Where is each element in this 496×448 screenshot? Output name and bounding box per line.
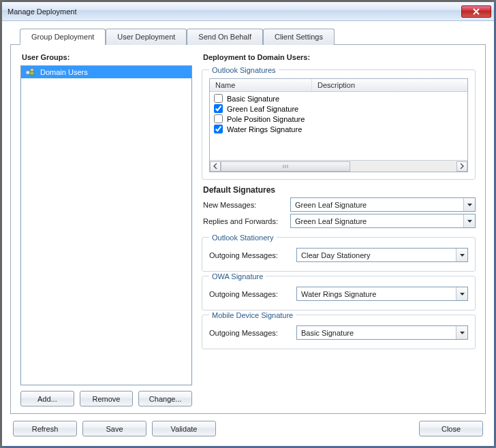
tab-group-deployment[interactable]: Group Deployment — [20, 29, 106, 45]
tab-panel-group-deployment: User Groups: Domain Users Add... Remove … — [10, 44, 486, 414]
content-area: Group Deployment User Deployment Send On… — [2, 21, 494, 446]
new-messages-combobox[interactable]: Green Leaf Signature — [290, 197, 476, 212]
default-signatures-section: Default Signatures New Messages: Green L… — [203, 185, 476, 230]
list-item[interactable]: Domain Users — [21, 66, 191, 78]
deployment-heading: Deployment to Domain Users: — [203, 53, 476, 61]
group-icon — [25, 67, 36, 77]
col-description[interactable]: Description — [312, 79, 360, 91]
signatures-table: Name Description Basic Signature — [209, 78, 468, 172]
add-group-button[interactable]: Add... — [20, 391, 74, 406]
remove-group-button[interactable]: Remove — [80, 391, 134, 406]
replies-label: Replies and Forwards: — [203, 217, 290, 225]
combo-value: Water Rings Signature — [297, 287, 456, 300]
signature-name: Water Rings Signature — [227, 125, 302, 133]
user-groups-panel: User Groups: Domain Users Add... Remove … — [20, 52, 192, 406]
table-row[interactable]: Water Rings Signature — [210, 124, 467, 134]
signature-checkbox[interactable] — [214, 114, 223, 123]
combo-value: Basic Signature — [297, 326, 456, 339]
scroll-right-button[interactable] — [456, 161, 467, 172]
chevron-down-icon[interactable] — [456, 326, 467, 339]
scroll-track[interactable] — [221, 161, 456, 172]
chevron-down-icon[interactable] — [456, 249, 467, 261]
tab-user-deployment[interactable]: User Deployment — [106, 29, 187, 45]
default-signatures-heading: Default Signatures — [203, 185, 476, 195]
outlook-signatures-title: Outlook Signatures — [209, 66, 279, 74]
svg-rect-2 — [30, 71, 34, 75]
combo-value: Green Leaf Signature — [291, 198, 463, 211]
combo-value: Clear Day Stationery — [297, 249, 456, 261]
chevron-down-icon[interactable] — [456, 287, 467, 300]
mobile-label: Outgoing Messages: — [209, 329, 296, 337]
signature-checkbox[interactable] — [214, 125, 223, 133]
tab-label: User Deployment — [117, 33, 175, 41]
signatures-rows: Basic Signature Green Leaf Signature Pol… — [210, 92, 467, 160]
table-row[interactable]: Basic Signature — [210, 93, 467, 103]
change-group-button[interactable]: Change... — [138, 391, 192, 406]
signature-name: Green Leaf Signature — [227, 105, 298, 113]
signature-checkbox[interactable] — [214, 94, 223, 103]
user-groups-buttons: Add... Remove Change... — [20, 391, 192, 406]
user-groups-heading: User Groups: — [22, 53, 192, 61]
footer-spacer — [221, 421, 414, 436]
dialog-footer: Refresh Save Validate Close — [10, 414, 486, 438]
signature-checkbox[interactable] — [214, 104, 223, 113]
mobile-signature-title: Mobile Device Signature — [209, 311, 296, 319]
tab-client-settings[interactable]: Client Settings — [263, 29, 335, 45]
window-title: Manage Deployment — [7, 7, 461, 16]
col-name[interactable]: Name — [210, 79, 312, 91]
outlook-signatures-group: Outlook Signatures Name Description Basi… — [202, 69, 476, 180]
scroll-thumb[interactable] — [221, 161, 350, 172]
horizontal-scrollbar[interactable] — [210, 160, 467, 172]
close-button[interactable]: Close — [419, 421, 483, 436]
signature-name: Basic Signature — [227, 95, 279, 103]
refresh-button[interactable]: Refresh — [13, 421, 77, 436]
owa-signature-group: OWA Signature Outgoing Messages: Water R… — [202, 276, 476, 310]
table-row[interactable]: Green Leaf Signature — [210, 103, 467, 114]
tab-strip: Group Deployment User Deployment Send On… — [20, 29, 486, 45]
signature-name: Pole Position Signature — [227, 115, 305, 123]
close-icon — [473, 8, 480, 15]
stationery-label: Outgoing Messages: — [209, 251, 296, 259]
tab-label: Send On Behalf — [198, 33, 251, 41]
owa-label: Outgoing Messages: — [209, 290, 296, 298]
table-row[interactable]: Pole Position Signature — [210, 114, 467, 124]
close-window-button[interactable] — [461, 5, 491, 18]
outlook-stationery-group: Outlook Stationery Outgoing Messages: Cl… — [202, 237, 476, 272]
dialog-window: Manage Deployment Group Deployment User … — [1, 1, 495, 447]
new-messages-label: New Messages: — [203, 201, 290, 209]
signatures-table-header: Name Description — [210, 79, 467, 92]
chevron-down-icon[interactable] — [463, 214, 475, 227]
svg-rect-0 — [26, 71, 30, 74]
scroll-left-button[interactable] — [210, 161, 221, 172]
owa-combobox[interactable]: Water Rings Signature — [296, 287, 468, 301]
chevron-down-icon[interactable] — [463, 198, 475, 211]
titlebar: Manage Deployment — [2, 2, 494, 21]
replies-combobox[interactable]: Green Leaf Signature — [290, 214, 476, 228]
save-button[interactable]: Save — [82, 421, 146, 436]
list-item-label: Domain Users — [40, 68, 88, 76]
validate-button[interactable]: Validate — [152, 421, 216, 436]
owa-signature-title: OWA Signature — [209, 272, 266, 281]
user-groups-listbox[interactable]: Domain Users — [20, 65, 192, 385]
combo-value: Green Leaf Signature — [291, 214, 463, 227]
tab-label: Group Deployment — [31, 33, 94, 41]
mobile-combobox[interactable]: Basic Signature — [296, 325, 468, 340]
tab-label: Client Settings — [275, 33, 323, 41]
mobile-signature-group: Mobile Device Signature Outgoing Message… — [202, 315, 476, 349]
tab-send-on-behalf[interactable]: Send On Behalf — [187, 29, 263, 45]
stationery-combobox[interactable]: Clear Day Stationery — [296, 248, 468, 262]
deployment-panel: Deployment to Domain Users: Outlook Sign… — [202, 52, 476, 406]
outlook-stationery-title: Outlook Stationery — [209, 234, 277, 242]
